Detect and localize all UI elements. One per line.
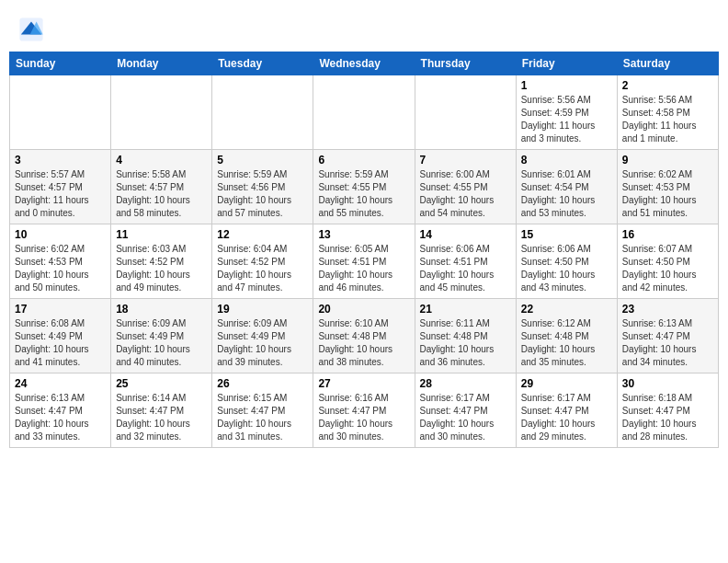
calendar-cell: 5Sunrise: 5:59 AM Sunset: 4:56 PM Daylig…	[212, 150, 313, 224]
calendar-cell: 29Sunrise: 6:17 AM Sunset: 4:47 PM Dayli…	[516, 373, 617, 448]
day-info: Sunrise: 5:58 AM Sunset: 4:57 PM Dayligh…	[116, 168, 207, 220]
calendar-cell: 27Sunrise: 6:16 AM Sunset: 4:47 PM Dayli…	[313, 373, 415, 448]
calendar-cell	[212, 75, 313, 150]
day-info: Sunrise: 6:18 AM Sunset: 4:47 PM Dayligh…	[622, 392, 713, 443]
day-number: 9	[622, 154, 713, 167]
calendar-cell: 9Sunrise: 6:02 AM Sunset: 4:53 PM Daylig…	[617, 150, 718, 224]
calendar-cell: 8Sunrise: 6:01 AM Sunset: 4:54 PM Daylig…	[516, 150, 617, 224]
week-row-5: 24Sunrise: 6:13 AM Sunset: 4:47 PM Dayli…	[10, 373, 719, 448]
day-number: 21	[420, 303, 511, 316]
day-info: Sunrise: 5:56 AM Sunset: 4:58 PM Dayligh…	[622, 94, 713, 145]
calendar-cell: 10Sunrise: 6:02 AM Sunset: 4:53 PM Dayli…	[10, 224, 111, 299]
week-row-4: 17Sunrise: 6:08 AM Sunset: 4:49 PM Dayli…	[10, 299, 719, 373]
day-number: 20	[318, 303, 409, 316]
day-number: 3	[15, 154, 106, 167]
calendar-cell	[313, 75, 415, 150]
day-info: Sunrise: 6:09 AM Sunset: 4:49 PM Dayligh…	[217, 317, 308, 369]
day-info: Sunrise: 6:04 AM Sunset: 4:52 PM Dayligh…	[217, 243, 308, 294]
weekday-header-wednesday: Wednesday	[313, 52, 415, 75]
calendar-cell	[415, 75, 516, 150]
day-number: 10	[15, 228, 106, 241]
day-info: Sunrise: 6:01 AM Sunset: 4:54 PM Dayligh…	[521, 168, 612, 220]
day-info: Sunrise: 5:59 AM Sunset: 4:56 PM Dayligh…	[217, 168, 308, 220]
week-row-2: 3Sunrise: 5:57 AM Sunset: 4:57 PM Daylig…	[10, 150, 719, 224]
day-number: 14	[420, 228, 511, 241]
day-info: Sunrise: 5:57 AM Sunset: 4:57 PM Dayligh…	[15, 168, 106, 220]
day-info: Sunrise: 6:16 AM Sunset: 4:47 PM Dayligh…	[318, 392, 409, 443]
page-header	[9, 9, 719, 46]
calendar-cell: 21Sunrise: 6:11 AM Sunset: 4:48 PM Dayli…	[415, 299, 516, 373]
day-number: 5	[217, 154, 308, 167]
day-number: 13	[318, 228, 409, 241]
calendar-cell: 12Sunrise: 6:04 AM Sunset: 4:52 PM Dayli…	[212, 224, 313, 299]
day-number: 11	[116, 228, 207, 241]
weekday-header-monday: Monday	[111, 52, 212, 75]
day-info: Sunrise: 6:12 AM Sunset: 4:48 PM Dayligh…	[521, 317, 612, 369]
calendar-cell: 3Sunrise: 5:57 AM Sunset: 4:57 PM Daylig…	[10, 150, 111, 224]
day-info: Sunrise: 6:03 AM Sunset: 4:52 PM Dayligh…	[116, 243, 207, 294]
calendar-cell: 26Sunrise: 6:15 AM Sunset: 4:47 PM Dayli…	[212, 373, 313, 448]
day-number: 1	[521, 79, 612, 92]
calendar-cell: 20Sunrise: 6:10 AM Sunset: 4:48 PM Dayli…	[313, 299, 415, 373]
day-info: Sunrise: 6:17 AM Sunset: 4:47 PM Dayligh…	[521, 392, 612, 443]
day-info: Sunrise: 6:02 AM Sunset: 4:53 PM Dayligh…	[622, 168, 713, 220]
calendar-cell: 1Sunrise: 5:56 AM Sunset: 4:59 PM Daylig…	[516, 75, 617, 150]
calendar-cell: 25Sunrise: 6:14 AM Sunset: 4:47 PM Dayli…	[111, 373, 212, 448]
calendar-cell	[111, 75, 212, 150]
day-info: Sunrise: 6:02 AM Sunset: 4:53 PM Dayligh…	[15, 243, 106, 294]
logo-icon	[18, 17, 44, 42]
calendar-cell: 7Sunrise: 6:00 AM Sunset: 4:55 PM Daylig…	[415, 150, 516, 224]
weekday-header-tuesday: Tuesday	[212, 52, 313, 75]
day-number: 27	[318, 377, 409, 390]
day-number: 18	[116, 303, 207, 316]
calendar-cell: 30Sunrise: 6:18 AM Sunset: 4:47 PM Dayli…	[617, 373, 718, 448]
day-info: Sunrise: 6:07 AM Sunset: 4:50 PM Dayligh…	[622, 243, 713, 294]
calendar-cell: 6Sunrise: 5:59 AM Sunset: 4:55 PM Daylig…	[313, 150, 415, 224]
day-info: Sunrise: 6:15 AM Sunset: 4:47 PM Dayligh…	[217, 392, 308, 443]
day-info: Sunrise: 6:13 AM Sunset: 4:47 PM Dayligh…	[622, 317, 713, 369]
day-info: Sunrise: 6:05 AM Sunset: 4:51 PM Dayligh…	[318, 243, 409, 294]
calendar-cell	[10, 75, 111, 150]
weekday-header-saturday: Saturday	[617, 52, 718, 75]
day-info: Sunrise: 6:00 AM Sunset: 4:55 PM Dayligh…	[420, 168, 511, 220]
weekday-header-thursday: Thursday	[415, 52, 516, 75]
day-info: Sunrise: 5:59 AM Sunset: 4:55 PM Dayligh…	[318, 168, 409, 220]
weekday-header-friday: Friday	[516, 52, 617, 75]
calendar-cell: 19Sunrise: 6:09 AM Sunset: 4:49 PM Dayli…	[212, 299, 313, 373]
day-info: Sunrise: 6:13 AM Sunset: 4:47 PM Dayligh…	[15, 392, 106, 443]
day-number: 29	[521, 377, 612, 390]
calendar-cell: 15Sunrise: 6:06 AM Sunset: 4:50 PM Dayli…	[516, 224, 617, 299]
calendar-cell: 22Sunrise: 6:12 AM Sunset: 4:48 PM Dayli…	[516, 299, 617, 373]
day-number: 12	[217, 228, 308, 241]
day-number: 2	[622, 79, 713, 92]
calendar-cell: 18Sunrise: 6:09 AM Sunset: 4:49 PM Dayli…	[111, 299, 212, 373]
day-number: 23	[622, 303, 713, 316]
calendar-cell: 4Sunrise: 5:58 AM Sunset: 4:57 PM Daylig…	[111, 150, 212, 224]
day-number: 22	[521, 303, 612, 316]
calendar-cell: 16Sunrise: 6:07 AM Sunset: 4:50 PM Dayli…	[617, 224, 718, 299]
week-row-3: 10Sunrise: 6:02 AM Sunset: 4:53 PM Dayli…	[10, 224, 719, 299]
calendar-cell: 17Sunrise: 6:08 AM Sunset: 4:49 PM Dayli…	[10, 299, 111, 373]
day-info: Sunrise: 6:06 AM Sunset: 4:50 PM Dayligh…	[521, 243, 612, 294]
day-number: 15	[521, 228, 612, 241]
day-number: 25	[116, 377, 207, 390]
day-number: 19	[217, 303, 308, 316]
calendar-cell: 24Sunrise: 6:13 AM Sunset: 4:47 PM Dayli…	[10, 373, 111, 448]
day-number: 28	[420, 377, 511, 390]
day-info: Sunrise: 6:11 AM Sunset: 4:48 PM Dayligh…	[420, 317, 511, 369]
day-info: Sunrise: 6:10 AM Sunset: 4:48 PM Dayligh…	[318, 317, 409, 369]
calendar-cell: 11Sunrise: 6:03 AM Sunset: 4:52 PM Dayli…	[111, 224, 212, 299]
day-number: 7	[420, 154, 511, 167]
logo	[18, 17, 48, 42]
calendar-cell: 13Sunrise: 6:05 AM Sunset: 4:51 PM Dayli…	[313, 224, 415, 299]
day-info: Sunrise: 5:56 AM Sunset: 4:59 PM Dayligh…	[521, 94, 612, 145]
day-number: 30	[622, 377, 713, 390]
day-number: 26	[217, 377, 308, 390]
calendar-cell: 23Sunrise: 6:13 AM Sunset: 4:47 PM Dayli…	[617, 299, 718, 373]
calendar-cell: 14Sunrise: 6:06 AM Sunset: 4:51 PM Dayli…	[415, 224, 516, 299]
day-number: 6	[318, 154, 409, 167]
day-number: 4	[116, 154, 207, 167]
calendar-table: SundayMondayTuesdayWednesdayThursdayFrid…	[9, 52, 719, 448]
week-row-1: 1Sunrise: 5:56 AM Sunset: 4:59 PM Daylig…	[10, 75, 719, 150]
day-number: 16	[622, 228, 713, 241]
